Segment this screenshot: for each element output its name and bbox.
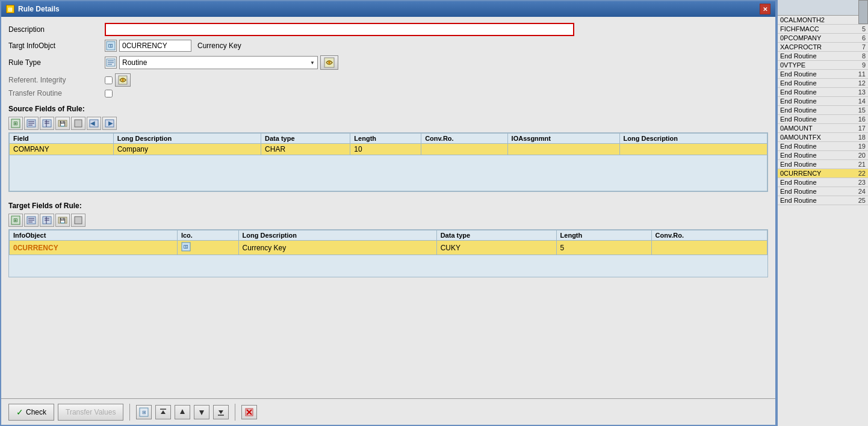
sidebar-item[interactable]: 0AMOUNTFX18 [778,133,868,142]
description-input[interactable] [105,23,574,36]
sidebar-item[interactable]: 0PCOMPANY6 [778,34,868,43]
source-col-data-type: Data type [261,134,350,144]
sidebar-item[interactable]: End Routine23 [778,178,868,187]
target-toolbar-btn-3[interactable] [40,214,54,227]
sidebar-item-text: End Routine [780,197,854,204]
target-toolbar-btn-1[interactable]: ⊞ [8,214,23,227]
sidebar-item-text: 0AMOUNTFX [780,134,854,141]
transfer-routine-checkbox[interactable] [105,90,113,97]
check-button[interactable]: ✓ Check [8,404,54,421]
sidebar-item[interactable]: End Routine19 [778,142,868,151]
sidebar-item-text: 0AMOUNT [780,125,854,132]
source-toolbar-btn-6[interactable]: ◀ [87,117,101,130]
source-toolbar-btn-3[interactable] [40,117,54,130]
target-fields-table: InfoObject Ico. Long Description Data ty… [9,230,767,255]
referential-integrity-row: Referent. Integrity [8,73,768,87]
table-row[interactable]: COMPANY Company CHAR 10 [10,144,767,155]
target-row-conv-ro [651,241,767,255]
sidebar-header [778,0,868,16]
sidebar-item[interactable]: End Routine12 [778,79,868,88]
sidebar-item[interactable]: XACPROCTR7 [778,43,868,52]
target-infoobject-input[interactable] [119,40,191,52]
source-toolbar-btn-5[interactable] [71,117,85,130]
sidebar-item[interactable]: 0VTYPE9 [778,61,868,70]
svg-text:⊞: ⊞ [13,120,18,126]
sidebar-item-text: End Routine [780,88,854,96]
sidebar-item[interactable]: 0CALMONTH24 [778,16,868,25]
sidebar-scroll-handle[interactable] [858,0,868,24]
nav-btn-target[interactable]: ⊞ [136,405,152,419]
rule-type-section: Routine ▼ [105,55,338,70]
sidebar-item[interactable]: End Routine16 [778,115,868,124]
sidebar-item[interactable]: End Routine8 [778,52,868,61]
target-toolbar: ⊞ [8,214,768,227]
target-toolbar-btn-2[interactable] [24,214,39,227]
transfer-routine-label: Transfer Routine [8,89,105,97]
rule-type-value: Routine [122,58,147,67]
sidebar-item-num: 13 [854,88,866,96]
source-col-conv-ro: Conv.Ro. [421,134,507,144]
sidebar-item-text: 0CURRENCY [780,170,854,177]
source-col-long-desc2: Long Description [619,134,767,144]
target-toolbar-btn-4[interactable]: 💾 [55,214,70,227]
transfer-routine-row: Transfer Routine [8,89,768,97]
source-col-io-assgnmnt: IOAssgnmnt [507,134,619,144]
table-row[interactable]: 0CURRENCY ⚿ Currency Key CUKY 5 [10,241,767,255]
dialog-title-text: Rule Details [18,5,60,13]
sidebar-item-text: 0CALMONTH2 [780,16,854,23]
target-col-long-desc: Long Description [238,230,436,241]
sidebar-item-num: 21 [854,161,866,168]
nav-btn-up-end[interactable] [155,405,171,419]
routine-button[interactable] [320,55,338,70]
sidebar-item-text: End Routine [780,79,854,87]
sidebar-item[interactable]: End Routine21 [778,160,868,169]
source-toolbar-btn-4[interactable]: 💾 [55,117,70,130]
target-row-data-type: CUKY [436,241,556,255]
source-toolbar-btn-2[interactable] [24,117,39,130]
sidebar-item[interactable]: 0CURRENCY22 [778,169,868,178]
sidebar-item[interactable]: End Routine15 [778,106,868,115]
sidebar-item-text: End Routine [780,143,854,150]
nav-btn-extra[interactable] [241,405,257,419]
sidebar-item[interactable]: FICHFMACC5 [778,25,868,34]
referential-routine-button[interactable] [115,73,131,87]
sidebar-item[interactable]: End Routine25 [778,196,868,205]
info-object-icon: ⚿ [105,40,117,52]
svg-marker-47 [199,410,204,415]
svg-text:⚿: ⚿ [108,43,113,49]
sidebar-item[interactable]: End Routine13 [778,88,868,97]
svg-text:⊞: ⊞ [142,410,146,415]
sidebar-item[interactable]: End Routine24 [778,187,868,196]
source-fields-header: Source Fields of Rule: [8,105,768,113]
source-row-field: COMPANY [10,144,114,155]
target-col-length: Length [556,230,651,241]
target-info-section: ⚿ Currency Key [105,40,241,52]
nav-btn-down[interactable] [194,405,209,419]
source-table-header-row: Field Long Description Data type Length … [10,134,767,144]
rule-type-dropdown[interactable]: Routine ▼ [119,56,318,69]
description-row: Description [8,23,768,36]
toolbar-separator-2 [235,404,235,421]
svg-text:⊞: ⊞ [13,217,18,223]
target-toolbar-btn-5[interactable] [71,214,85,227]
sidebar-item[interactable]: End Routine14 [778,97,868,106]
dropdown-arrow-icon: ▼ [310,60,315,66]
svg-text:◀: ◀ [90,120,95,126]
sidebar-item[interactable]: End Routine11 [778,70,868,79]
nav-btn-down-end[interactable] [213,405,229,419]
sidebar-item-text: End Routine [780,179,854,186]
sidebar-item[interactable]: 0AMOUNT17 [778,124,868,133]
dialog-title: ⊞ Rule Details [6,5,60,13]
target-infoobject-label: Targt InfoObjct [8,42,105,50]
sidebar-item-num: 16 [854,116,866,123]
sidebar-item[interactable]: End Routine20 [778,151,868,160]
nav-btn-up[interactable] [175,405,190,419]
close-button[interactable]: ✕ [760,4,770,14]
dialog-content: Description Targt InfoObjct ⚿ Currency K… [1,17,775,398]
source-toolbar-btn-1[interactable]: ⊞ [8,117,23,130]
transfer-values-button[interactable]: Transfer Values [58,404,123,421]
source-toolbar-btn-7[interactable]: ▶ [102,117,117,130]
currency-key-label: Currency Key [197,42,241,50]
transfer-values-label: Transfer Values [66,408,116,416]
referential-integrity-checkbox[interactable] [105,76,113,84]
